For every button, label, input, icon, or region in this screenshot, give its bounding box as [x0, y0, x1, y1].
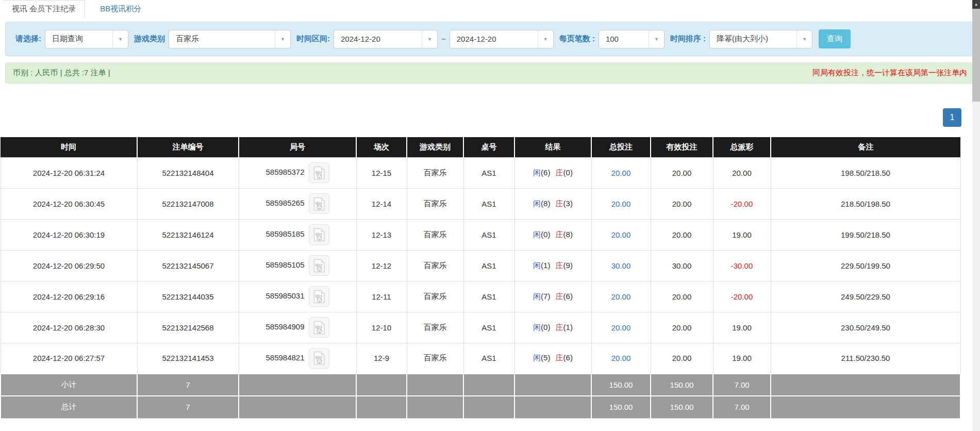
cell-payout: 20.00	[713, 157, 771, 188]
cell-result: 闲(5) 庄(6)	[514, 343, 591, 374]
round-number: 585984909	[265, 322, 304, 331]
banker-result-count: (8)	[563, 230, 573, 239]
video-record-button[interactable]	[309, 286, 329, 307]
empty-cell	[771, 396, 960, 418]
cell-remark: 230.50/249.50	[771, 312, 960, 343]
round-number: 585985031	[265, 291, 304, 300]
scroll-up-arrow-icon[interactable]: ▲	[972, 0, 980, 9]
cell-table: AS1	[463, 312, 514, 343]
col-session: 场次	[356, 137, 407, 157]
cell-payout: 19.00	[713, 312, 771, 343]
range-separator: ~	[441, 35, 446, 43]
chevron-down-icon	[538, 30, 553, 48]
banker-result-label: 庄	[556, 199, 563, 208]
player-result-count: (0)	[541, 323, 553, 331]
date-to-input[interactable]: 2024-12-20	[450, 30, 554, 48]
cell-valid-bet: 20.00	[651, 312, 713, 343]
total-bet-link[interactable]: 20.00	[591, 219, 651, 250]
cell-table: AS1	[463, 219, 514, 250]
sort-order-select[interactable]: 降幂(由大到小)	[709, 30, 812, 48]
summary-bar: 币别 : 人民币 | 总共 :7 注单 | 同局有效投注，统一计算在该局第一张注…	[5, 62, 975, 84]
film-document-icon	[313, 290, 325, 304]
subtotal-total-bet: 150.00	[591, 374, 651, 396]
banker-result-label: 庄	[556, 261, 563, 270]
empty-cell	[239, 396, 356, 418]
cell-game-type: 百家乐	[407, 312, 463, 343]
query-type-select[interactable]: 日期查询	[45, 30, 128, 48]
round-number: 585985185	[265, 229, 304, 238]
total-bet-link[interactable]: 20.00	[591, 188, 651, 219]
col-payout: 总派彩	[713, 137, 771, 157]
total-bet-link[interactable]: 20.00	[591, 281, 651, 312]
film-document-icon	[313, 197, 325, 211]
film-document-icon	[313, 166, 325, 180]
cell-remark: 211.50/230.50	[771, 343, 960, 374]
video-record-button[interactable]	[309, 317, 329, 338]
total-bet-link[interactable]: 20.00	[591, 157, 651, 188]
player-result-label: 闲	[533, 168, 541, 177]
banker-result-label: 庄	[556, 292, 563, 301]
date-from-value: 2024-12-20	[334, 35, 387, 43]
cell-payout: 19.00	[713, 219, 771, 250]
chevron-down-icon	[422, 30, 437, 48]
per-page-input[interactable]: 100	[599, 30, 665, 48]
total-bet-link[interactable]: 20.00	[591, 343, 651, 374]
tab-video-bet-records[interactable]: 视讯 会员下注纪录	[3, 0, 85, 18]
video-record-button[interactable]	[309, 348, 329, 369]
scrollbar-thumb[interactable]	[972, 9, 980, 102]
empty-cell	[463, 396, 514, 418]
film-document-icon	[313, 228, 325, 242]
video-record-button[interactable]	[309, 224, 329, 245]
cell-game-type: 百家乐	[407, 157, 463, 188]
subtotal-count: 7	[137, 374, 239, 396]
cell-remark: 249.50/229.50	[771, 281, 960, 312]
cell-valid-bet: 20.00	[651, 281, 713, 312]
cell-time: 2024-12-20 06:30:19	[1, 219, 137, 250]
tab-bb-video-points[interactable]: BB视讯积分	[91, 0, 150, 18]
filter-panel: 请选择: 日期查询 游戏类别 百家乐 时间区间: 2024-12-20 ~ 20…	[5, 22, 975, 56]
cell-round-id: 585985105	[239, 250, 356, 281]
col-total-bet: 总投注	[591, 137, 651, 157]
total-bet-link[interactable]: 20.00	[591, 312, 651, 343]
date-from-input[interactable]: 2024-12-20	[334, 30, 438, 48]
cell-bet-id: 522132141453	[137, 343, 239, 374]
col-remark: 备注	[771, 137, 960, 157]
player-result-label: 闲	[533, 323, 541, 331]
currency-total-text: 币别 : 人民币 | 总共 :7 注单 |	[13, 68, 110, 78]
date-range-label: 时间区间:	[296, 34, 330, 44]
table-row: 2024-12-20 06:29:50 522132145067 5859851…	[1, 250, 960, 281]
cell-time: 2024-12-20 06:31:24	[1, 157, 137, 188]
total-row: 总计 7 150.00 150.00 7.00	[1, 396, 960, 418]
cell-bet-id: 522132148404	[137, 157, 239, 188]
cell-result: 闲(6) 庄(0)	[514, 157, 591, 188]
per-page-label: 每页笔数 :	[559, 34, 595, 44]
game-type-value: 百家乐	[169, 34, 206, 44]
video-record-button[interactable]	[309, 193, 329, 214]
game-type-select[interactable]: 百家乐	[169, 30, 291, 48]
banker-result-count: (6)	[563, 292, 573, 301]
banker-result-count: (0)	[563, 168, 573, 177]
search-button[interactable]: 查询	[819, 29, 851, 48]
table-row: 2024-12-20 06:30:45 522132147008 5859852…	[1, 188, 960, 219]
table-body: 2024-12-20 06:31:24 522132148404 5859853…	[1, 157, 960, 374]
cell-session: 12-12	[356, 250, 407, 281]
chevron-down-icon	[796, 30, 812, 48]
col-valid-bet: 有效投注	[651, 137, 713, 157]
cell-session: 12-9	[356, 343, 407, 374]
cell-valid-bet: 20.00	[651, 219, 713, 250]
video-record-button[interactable]	[309, 255, 329, 276]
video-record-button[interactable]	[309, 162, 329, 183]
cell-remark: 229.50/199.50	[771, 250, 960, 281]
cell-valid-bet: 20.00	[651, 188, 713, 219]
player-result-count: (5)	[541, 353, 553, 362]
film-document-icon	[313, 321, 325, 335]
table-row: 2024-12-20 06:29:16 522132144035 5859850…	[1, 281, 960, 312]
page-1-button[interactable]: 1	[943, 108, 961, 127]
banker-result-label: 庄	[556, 230, 563, 239]
sort-order-label: 时间排序 :	[670, 34, 706, 44]
per-page-value: 100	[599, 35, 625, 43]
sort-order-value: 降幂(由大到小)	[710, 34, 775, 44]
subtotal-valid-bet: 150.00	[651, 374, 713, 396]
cell-table: AS1	[463, 188, 514, 219]
total-bet-link[interactable]: 30.00	[591, 250, 651, 281]
